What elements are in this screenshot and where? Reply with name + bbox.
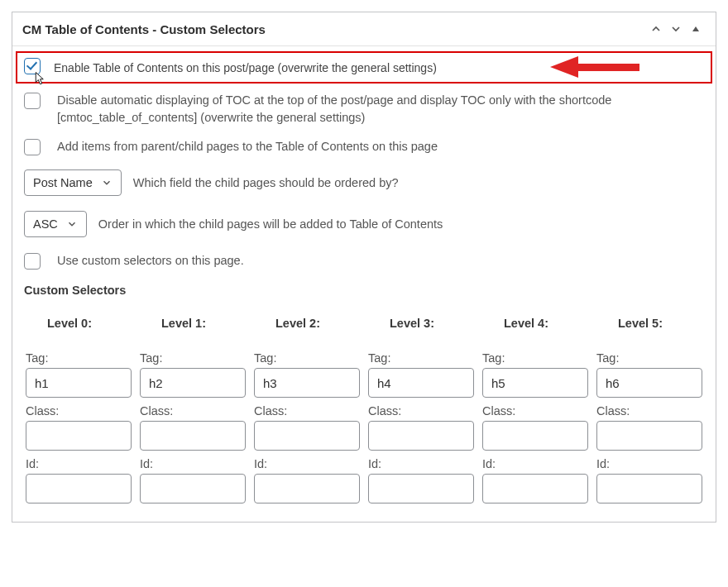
level-tag-cell: Tag: xyxy=(368,351,474,398)
svg-marker-0 xyxy=(692,26,699,31)
chevron-down-icon xyxy=(101,177,113,189)
tag-label: Tag: xyxy=(482,351,588,365)
class-input[interactable] xyxy=(596,421,702,451)
level-tag-cell: Tag: xyxy=(596,351,702,398)
level-id-cell: Id: xyxy=(26,451,132,503)
tag-input[interactable] xyxy=(482,368,588,398)
id-label: Id: xyxy=(140,457,246,470)
level-id-cell: Id: xyxy=(368,451,474,503)
tag-input[interactable] xyxy=(26,368,132,398)
level-header: Level 1: xyxy=(140,317,246,330)
class-label: Class: xyxy=(368,404,474,418)
level-id-cell: Id: xyxy=(482,451,588,503)
tag-input[interactable] xyxy=(254,368,360,398)
class-label: Class: xyxy=(596,404,702,418)
annotation-arrow-icon xyxy=(550,55,641,82)
class-input[interactable] xyxy=(368,421,474,451)
level-header: Level 4: xyxy=(482,317,588,330)
panel-body: Enable Table of Contents on this post/pa… xyxy=(12,46,716,522)
order-field-desc: Which field the child pages should be or… xyxy=(133,176,399,189)
id-label: Id: xyxy=(26,457,132,470)
id-label: Id: xyxy=(596,457,702,470)
level-tag-cell: Tag: xyxy=(254,351,360,398)
svg-rect-1 xyxy=(575,64,639,71)
level-id-cell: Id: xyxy=(140,451,246,503)
tag-label: Tag: xyxy=(140,351,246,365)
order-direction-desc: Order in which the child pages will be a… xyxy=(98,217,443,231)
id-input[interactable] xyxy=(482,474,588,503)
level-id-cell: Id: xyxy=(596,451,702,503)
level-id-cell: Id: xyxy=(254,451,360,503)
add-children-label: Add items from parent/child pages to the… xyxy=(44,138,704,155)
tag-input[interactable] xyxy=(596,368,702,398)
custom-selectors-title: Custom Selectors xyxy=(24,284,704,297)
order-direction-select[interactable]: ASC xyxy=(24,211,87,237)
disable-auto-label: Disable automatic displaying of TOC at t… xyxy=(44,92,704,126)
enable-toc-label: Enable Table of Contents on this post/pa… xyxy=(41,61,437,74)
tag-input[interactable] xyxy=(368,368,474,398)
class-input[interactable] xyxy=(140,421,246,451)
id-input[interactable] xyxy=(368,474,474,503)
id-label: Id: xyxy=(482,457,588,470)
level-class-cell: Class: xyxy=(26,398,132,451)
toc-settings-panel: CM Table of Contents - Custom Selectors … xyxy=(12,12,716,523)
tag-input[interactable] xyxy=(140,368,246,398)
enable-toc-checkbox[interactable] xyxy=(24,58,41,74)
add-children-checkbox[interactable] xyxy=(24,139,41,155)
level-header: Level 3: xyxy=(368,317,474,330)
disable-auto-checkbox[interactable] xyxy=(24,93,41,109)
tag-label: Tag: xyxy=(26,351,132,365)
order-field-value: Post Name xyxy=(33,176,93,189)
order-field-select[interactable]: Post Name xyxy=(24,169,122,196)
class-input[interactable] xyxy=(254,421,360,451)
id-input[interactable] xyxy=(26,474,132,503)
move-up-icon[interactable] xyxy=(646,19,666,39)
level-class-cell: Class: xyxy=(482,398,588,451)
class-input[interactable] xyxy=(482,421,588,451)
tag-label: Tag: xyxy=(254,351,360,365)
level-class-cell: Class: xyxy=(596,398,702,451)
order-direction-value: ASC xyxy=(33,217,58,231)
tag-label: Tag: xyxy=(368,351,474,365)
panel-title: CM Table of Contents - Custom Selectors xyxy=(22,22,646,36)
level-tag-cell: Tag: xyxy=(26,351,132,398)
chevron-down-icon xyxy=(66,218,78,230)
class-label: Class: xyxy=(482,404,588,418)
use-custom-label: Use custom selectors on this page. xyxy=(44,252,704,270)
collapse-icon[interactable] xyxy=(686,19,706,39)
tag-label: Tag: xyxy=(596,351,702,365)
class-label: Class: xyxy=(254,404,360,418)
class-input[interactable] xyxy=(26,421,132,451)
use-custom-checkbox[interactable] xyxy=(24,253,41,270)
id-input[interactable] xyxy=(140,474,246,503)
level-class-cell: Class: xyxy=(254,398,360,451)
level-tag-cell: Tag: xyxy=(140,351,246,398)
svg-marker-2 xyxy=(550,56,578,78)
level-class-cell: Class: xyxy=(368,398,474,451)
panel-header: CM Table of Contents - Custom Selectors xyxy=(12,12,716,46)
id-label: Id: xyxy=(254,457,360,470)
level-tag-cell: Tag: xyxy=(482,351,588,398)
level-header: Level 5: xyxy=(596,317,702,330)
class-label: Class: xyxy=(140,404,246,418)
level-header: Level 0: xyxy=(26,317,132,330)
class-label: Class: xyxy=(26,404,132,418)
id-label: Id: xyxy=(368,457,474,470)
level-class-cell: Class: xyxy=(140,398,246,451)
id-input[interactable] xyxy=(254,474,360,503)
levels-grid: Level 0:Level 1:Level 2:Level 3:Level 4:… xyxy=(24,317,704,503)
level-header: Level 2: xyxy=(254,317,360,330)
move-down-icon[interactable] xyxy=(666,19,686,39)
id-input[interactable] xyxy=(596,474,702,503)
